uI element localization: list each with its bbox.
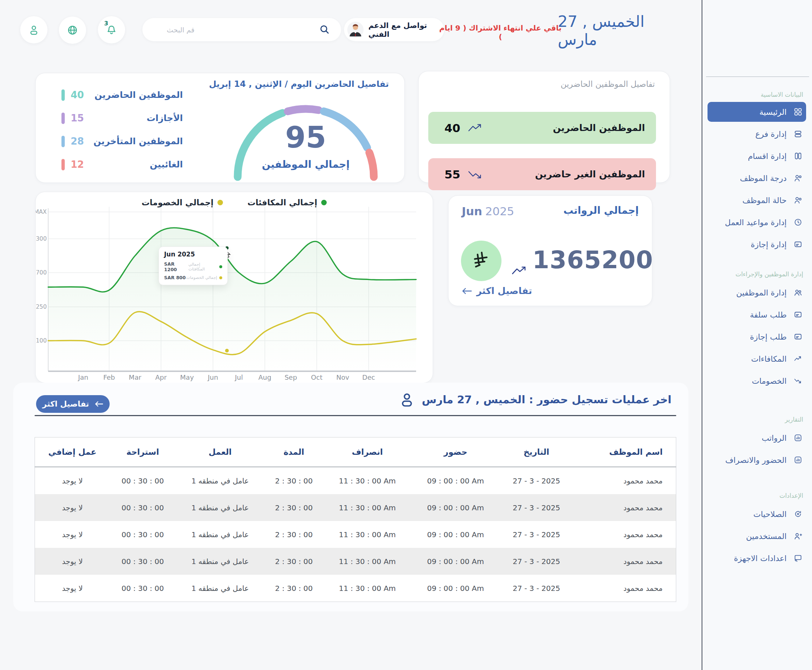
dashboard-page: 3 تواصل مع الدعم الفني باقي علي انتهاء ا… bbox=[0, 0, 812, 670]
table-cell: 00 : 30 : 00 bbox=[110, 467, 176, 494]
attendance-more-details-button[interactable]: تفاصيل اكثر bbox=[36, 395, 110, 413]
table-cell: 09 : 00 : 00 Am bbox=[411, 575, 500, 602]
table-column-header: اسم الموظف bbox=[573, 438, 676, 467]
sidebar-item[interactable]: إدارة فرع bbox=[707, 123, 806, 145]
svg-text:May: May bbox=[180, 374, 194, 381]
sidebar-item[interactable]: حالة الموظف bbox=[707, 189, 806, 211]
svg-text:Jun: Jun bbox=[208, 374, 218, 381]
legend-label: الغائبين bbox=[150, 159, 183, 169]
sidebar-section-label: الإعدادات bbox=[707, 492, 806, 499]
salary-year: 2025 bbox=[485, 205, 514, 218]
table-cell: عامل في منطقه 1 bbox=[176, 494, 264, 521]
search-icon[interactable] bbox=[319, 24, 330, 35]
table-cell: محمد محمود bbox=[573, 521, 676, 548]
table-cell: 2 : 30 : 00 bbox=[264, 575, 323, 602]
table-column-header: استراحة bbox=[110, 438, 176, 467]
table-cell: 09 : 00 : 00 Am bbox=[411, 467, 500, 494]
sidebar-item-label: الرئيسية bbox=[760, 107, 787, 117]
users-icon bbox=[793, 288, 802, 297]
sidebar-item[interactable]: اعدادات الاجهزة bbox=[707, 547, 806, 569]
table-cell: محمد محمود bbox=[573, 467, 676, 494]
tooltip-value: SAR 800 bbox=[164, 275, 186, 280]
table-cell: 00 : 30 : 00 bbox=[110, 521, 176, 548]
svg-text:Jan: Jan bbox=[78, 374, 88, 381]
report-icon bbox=[793, 455, 802, 464]
person-icon bbox=[28, 24, 40, 36]
svg-text:Jul: Jul bbox=[234, 374, 243, 381]
svg-text:Dec: Dec bbox=[362, 374, 375, 381]
legend-value: 28 bbox=[71, 136, 87, 147]
page-date: الخميس , 27 مارس bbox=[558, 12, 670, 49]
table-cell: 00 : 30 : 00 bbox=[110, 494, 176, 521]
sidebar-item[interactable]: طلب إجازة bbox=[707, 326, 806, 348]
salary-card-title: إجمالي الرواتب bbox=[563, 205, 639, 216]
table-cell: محمد محمود bbox=[573, 548, 676, 575]
sidebar-item[interactable]: طلب سلفة bbox=[707, 303, 806, 326]
sidebar-item[interactable]: الرئيسية bbox=[707, 102, 806, 122]
sidebar-item-label: إدارة مواعيد العمل bbox=[725, 218, 787, 227]
sidebar-item[interactable]: إدارة الموظفين bbox=[707, 281, 806, 303]
search-input[interactable] bbox=[142, 18, 341, 41]
sidebar-item-label: المستخدمين bbox=[746, 532, 787, 541]
table-cell: 27 - 3 - 2025 bbox=[500, 575, 573, 602]
person-icon bbox=[399, 391, 415, 408]
sidebar-item[interactable]: إدارة إجازة bbox=[707, 233, 806, 255]
svg-text:Sep: Sep bbox=[284, 374, 297, 381]
sidebar-item[interactable]: درجة الموظف bbox=[707, 167, 806, 189]
sidebar-item[interactable]: إدارة مواعيد العمل bbox=[707, 211, 806, 233]
sidebar: البيانات الاساسيةالرئيسيةإدارة فرعإدارة … bbox=[702, 0, 812, 670]
attendance-table: اسم الموظفالتاريخحضورانصرافالمدةالعملاست… bbox=[35, 437, 676, 602]
card-icon bbox=[793, 240, 802, 249]
absent-employees-row: الموظفين الغير حاضرين55 bbox=[428, 158, 656, 190]
legend-color-pill bbox=[61, 90, 65, 101]
table-column-header: عمل إضافي bbox=[35, 438, 110, 467]
sidebar-item[interactable]: الصلاحيات bbox=[707, 503, 806, 525]
tooltip-label: إجمالي المكافئات bbox=[188, 262, 222, 272]
svg-text:Nov: Nov bbox=[336, 374, 349, 381]
salary-month: Jun2025 bbox=[462, 205, 514, 218]
salary-more-details-label: تفاصيل اكثر bbox=[477, 286, 532, 296]
table-cell: 09 : 00 : 00 Am bbox=[411, 494, 500, 521]
tooltip-label: إجمالي الخصومات bbox=[186, 275, 222, 280]
sidebar-divider bbox=[706, 76, 809, 77]
table-cell: 00 : 30 : 00 bbox=[110, 548, 176, 575]
table-row: محمد محمود27 - 3 - 202509 : 00 : 00 Am11… bbox=[35, 521, 676, 548]
sidebar-item[interactable]: الرواتب bbox=[707, 427, 806, 449]
total-salaries-card: إجمالي الرواتب Jun2025 1365200 تفاصيل اك… bbox=[448, 195, 652, 306]
sidebar-item[interactable]: إدارة اقسام bbox=[707, 145, 806, 167]
sidebar-item[interactable]: المستخدمين bbox=[707, 525, 806, 547]
trend-down-icon bbox=[793, 376, 802, 385]
globe-icon bbox=[67, 24, 78, 36]
table-cell: لا يوجد bbox=[35, 494, 110, 521]
profile-button[interactable] bbox=[20, 16, 47, 43]
table-cell: لا يوجد bbox=[35, 521, 110, 548]
sidebar-item[interactable]: المكافاءات bbox=[707, 348, 806, 370]
language-button[interactable] bbox=[59, 17, 86, 44]
sidebar-item[interactable]: الحضور والانصراف bbox=[707, 449, 806, 471]
attendance-section-title: اخر عمليات تسجيل حضور : الخميس , 27 مارس bbox=[399, 391, 672, 408]
table-cell: محمد محمود bbox=[573, 575, 676, 602]
present-employees-row: الموظفين الحاضرين40 bbox=[428, 112, 656, 144]
table-cell: 11 : 30 : 00 Am bbox=[323, 548, 412, 575]
table-cell: 11 : 30 : 00 Am bbox=[323, 521, 412, 548]
tooltip-value: SAR 1200 bbox=[164, 261, 188, 272]
chart-tooltip: Jun 2025 SAR 1200إجمالي المكافئاتSAR 800… bbox=[159, 247, 228, 285]
total-salaries-value: 1365200 bbox=[532, 246, 645, 274]
presence-details-card: تفاصيل الموظفين الحاضرين الموظفين الحاضر… bbox=[418, 71, 670, 183]
table-cell: لا يوجد bbox=[35, 575, 110, 602]
table-column-header: التاريخ bbox=[500, 438, 573, 467]
presence-row-value: 40 bbox=[445, 122, 460, 135]
notifications-button[interactable]: 3 bbox=[98, 16, 125, 43]
salary-more-details-link[interactable]: تفاصيل اكثر bbox=[462, 286, 532, 296]
user-status-icon bbox=[793, 196, 802, 205]
support-button[interactable]: تواصل مع الدعم الفني bbox=[344, 18, 444, 41]
notification-count-badge: 3 bbox=[104, 20, 108, 27]
svg-text:Feb: Feb bbox=[103, 374, 115, 381]
svg-text:SAR 250: SAR 250 bbox=[36, 303, 47, 310]
trend-up-icon bbox=[793, 354, 802, 363]
user-badge-icon bbox=[793, 174, 802, 183]
table-cell: عامل في منطقه 1 bbox=[176, 575, 264, 602]
sidebar-item[interactable]: الخصومات bbox=[707, 370, 806, 392]
tooltip-row: SAR 800إجمالي الخصومات bbox=[164, 275, 222, 280]
gauge-legend-row: 12الغائبين bbox=[61, 155, 183, 174]
